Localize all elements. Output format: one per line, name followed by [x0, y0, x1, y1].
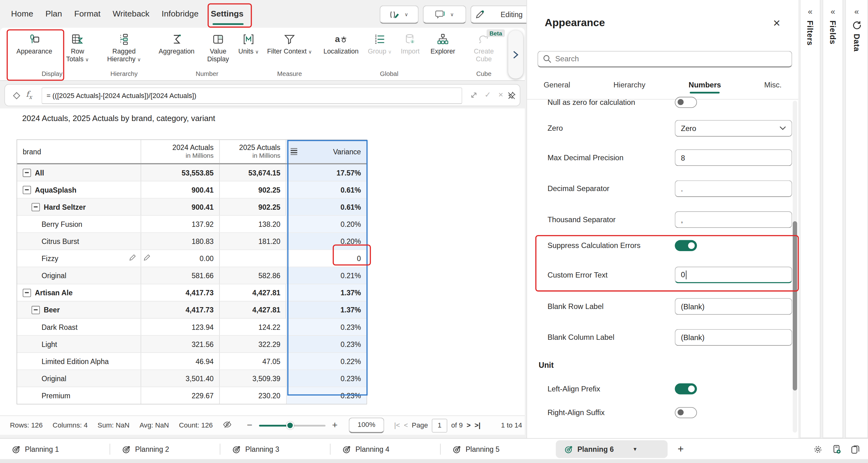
- data-cell[interactable]: 4,417.73: [141, 284, 220, 301]
- add-sheet-button[interactable]: +: [678, 443, 684, 455]
- row-header-cell[interactable]: Dark Roast: [17, 319, 141, 335]
- row-header-cell[interactable]: Artisan Ale: [17, 284, 141, 301]
- data-cell[interactable]: 229.67: [141, 387, 220, 404]
- localization-button[interactable]: a Localization: [318, 28, 364, 69]
- data-cell[interactable]: 902.25: [220, 181, 287, 198]
- data-cell[interactable]: [220, 250, 287, 267]
- data-cell[interactable]: 0.23%: [286, 319, 366, 335]
- sheet-tab-planning-1[interactable]: Planning 1: [0, 439, 110, 460]
- data-cell[interactable]: 4,427.81: [220, 302, 287, 318]
- custom-error-text-input[interactable]: 0: [675, 267, 792, 283]
- close-icon[interactable]: ✕: [773, 18, 780, 29]
- data-cell[interactable]: 230.20: [220, 387, 287, 404]
- data-cell[interactable]: 53,674.15: [220, 164, 287, 181]
- row-header-cell[interactable]: Light: [17, 336, 141, 352]
- zoom-slider-thumb[interactable]: [286, 422, 294, 429]
- menu-plan[interactable]: Plan: [45, 6, 62, 21]
- data-cell[interactable]: 0.20%: [286, 233, 366, 249]
- data-cell[interactable]: 123.94: [141, 319, 220, 335]
- row-header-cell[interactable]: Citrus Burst: [17, 233, 141, 249]
- suppress-calculation-errors-toggle[interactable]: [675, 240, 697, 251]
- data-cell[interactable]: 47.05: [220, 353, 287, 369]
- first-page-icon[interactable]: |<: [394, 422, 400, 429]
- data-cell[interactable]: 4,417.73: [141, 302, 220, 318]
- eye-off-icon[interactable]: [223, 420, 232, 430]
- next-page-icon[interactable]: >: [467, 422, 471, 429]
- zoom-in-button[interactable]: +: [332, 420, 338, 431]
- sheet-tab-planning-5[interactable]: Planning 5: [441, 439, 550, 460]
- data-cell[interactable]: 1.37%: [286, 284, 366, 301]
- row-header-cell[interactable]: Fizzy: [17, 250, 141, 267]
- prev-page-icon[interactable]: <: [404, 422, 408, 429]
- sheet-tab-planning-3[interactable]: Planning 3: [220, 439, 330, 460]
- refresh-icon[interactable]: [852, 21, 861, 29]
- version-dropdown[interactable]: ∨: [380, 6, 418, 24]
- expand-panel-icon[interactable]: «: [808, 6, 813, 16]
- data-cell[interactable]: 900.41: [141, 181, 220, 198]
- row-header-cell[interactable]: Original: [17, 267, 141, 284]
- data-cell[interactable]: 0.61%: [286, 198, 366, 215]
- data-cell[interactable]: 137.92: [141, 216, 220, 232]
- data-cell[interactable]: 3,501.40: [141, 370, 220, 387]
- tab-misc[interactable]: Misc.: [764, 81, 781, 94]
- row-header-cell[interactable]: Limited Edition Alpha: [17, 353, 141, 369]
- menu-writeback[interactable]: Writeback: [113, 6, 149, 21]
- blank-row-label-input[interactable]: (Blank): [675, 298, 792, 315]
- copy-sheets-icon[interactable]: [851, 444, 860, 454]
- data-cell[interactable]: 0.23%: [286, 370, 366, 387]
- add-sheet-icon[interactable]: [832, 444, 841, 454]
- menu-infobridge[interactable]: Infobridge: [161, 6, 198, 21]
- column-menu-icon[interactable]: [291, 148, 298, 155]
- data-cell[interactable]: 53,553.85: [141, 164, 220, 181]
- expand-panel-icon[interactable]: «: [831, 6, 835, 16]
- sidebar-strip-data[interactable]: « Data: [845, 0, 868, 438]
- menu-home[interactable]: Home: [11, 6, 33, 21]
- data-cell[interactable]: 0.21%: [286, 267, 366, 284]
- chevron-down-icon[interactable]: ▼: [633, 446, 638, 452]
- data-cell[interactable]: 0.22%: [286, 353, 366, 369]
- data-cell[interactable]: 138.20: [220, 216, 287, 232]
- data-cell[interactable]: 582.86: [220, 267, 287, 284]
- row-totals-button[interactable]: Row Totals∨: [60, 28, 95, 69]
- data-cell-editable[interactable]: 0.00: [141, 250, 220, 267]
- data-cell[interactable]: 1.37%: [286, 302, 366, 318]
- data-cell[interactable]: 581.66: [141, 267, 220, 284]
- panel-scrollbar-thumb[interactable]: [793, 221, 797, 391]
- sheet-tab-planning-2[interactable]: Planning 2: [110, 439, 220, 460]
- row-header-cell[interactable]: AquaSplash: [17, 181, 141, 198]
- tab-hierarchy[interactable]: Hierarchy: [613, 81, 646, 94]
- thousand-separator-input[interactable]: ,: [675, 211, 792, 228]
- unpin-icon[interactable]: [507, 91, 516, 102]
- zoom-slider[interactable]: [259, 425, 325, 426]
- expand-formula-icon[interactable]: [470, 91, 478, 101]
- sidebar-strip-fields[interactable]: « Fields: [823, 0, 843, 438]
- collapse-icon[interactable]: [31, 203, 40, 211]
- column-header-brand[interactable]: brand: [17, 140, 141, 163]
- explorer-button[interactable]: Explorer: [425, 28, 461, 69]
- data-cell[interactable]: 181.20: [220, 233, 287, 249]
- data-cell-error-suppressed[interactable]: 0: [286, 250, 366, 267]
- search-input[interactable]: Search: [537, 51, 792, 67]
- menu-settings[interactable]: Settings: [211, 6, 243, 21]
- row-header-cell[interactable]: Original: [17, 370, 141, 387]
- data-cell[interactable]: 180.83: [141, 233, 220, 249]
- collapse-icon[interactable]: [23, 288, 31, 297]
- data-cell[interactable]: 322.29: [220, 336, 287, 352]
- row-header-cell[interactable]: Berry Fusion: [17, 216, 141, 232]
- appearance-button[interactable]: Appearance: [9, 28, 60, 69]
- group-button[interactable]: Group∨: [364, 28, 395, 69]
- gear-icon[interactable]: [813, 444, 823, 454]
- filter-context-button[interactable]: Filter Context∨: [267, 28, 312, 69]
- collapse-icon[interactable]: [23, 185, 31, 194]
- column-header-2024-actuals[interactable]: 2024 Actualsin Millions: [141, 140, 220, 163]
- data-cell[interactable]: 900.41: [141, 198, 220, 215]
- data-cell[interactable]: 46.94: [141, 353, 220, 369]
- tab-general[interactable]: General: [544, 81, 570, 94]
- cancel-formula-icon[interactable]: ×: [498, 90, 503, 99]
- column-header-variance[interactable]: Variance: [286, 140, 366, 163]
- right-align-suffix-toggle[interactable]: [675, 407, 697, 418]
- collapse-icon[interactable]: [23, 168, 31, 177]
- aggregation-button[interactable]: Aggregation: [153, 28, 200, 69]
- tab-numbers[interactable]: Numbers: [689, 81, 721, 94]
- row-header-cell[interactable]: Hard Seltzer: [17, 198, 141, 215]
